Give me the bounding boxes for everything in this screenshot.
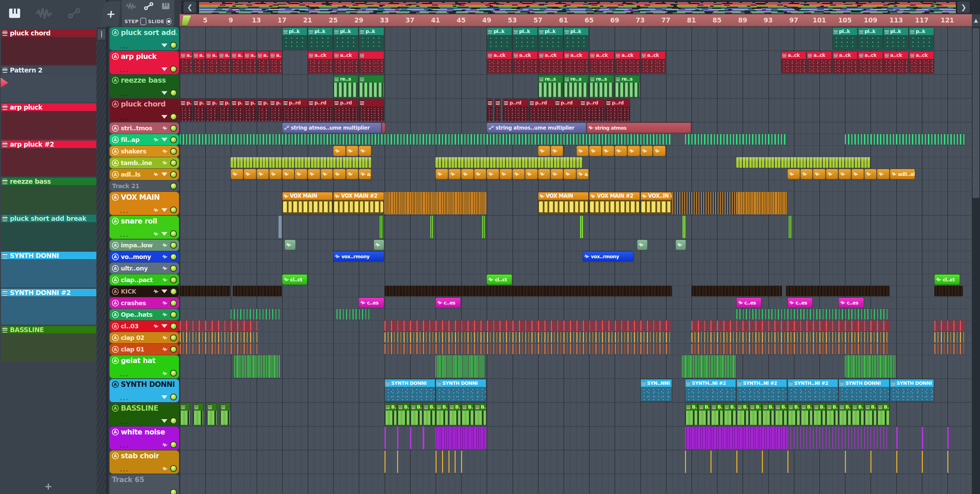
pattern-clip[interactable] <box>359 75 384 97</box>
track-header[interactable]: Aarp pluck... <box>110 51 179 74</box>
pattern-clip[interactable]: pl..k <box>282 27 307 50</box>
track-header[interactable]: Agelat hat... <box>110 355 179 378</box>
pattern-clip[interactable]: B..E <box>826 403 838 425</box>
mute-led[interactable] <box>170 242 177 249</box>
mute-led[interactable] <box>170 253 177 260</box>
audio-clip[interactable]: a.. <box>359 169 371 179</box>
pattern-name-bar[interactable]: BASSLINE <box>1 326 96 334</box>
clip-region[interactable] <box>180 134 672 145</box>
timeline-ruler[interactable]: 5913172125293337414549535761656973778185… <box>180 14 972 27</box>
pattern-item[interactable]: pluck chord <box>1 29 96 65</box>
mute-led[interactable] <box>170 125 177 132</box>
track-options-dots[interactable]: ... <box>120 442 129 449</box>
pattern-clip[interactable]: a..ck <box>243 51 256 73</box>
track-header[interactable]: Avo..mony <box>110 251 179 262</box>
audio-clip[interactable] <box>538 146 550 156</box>
pattern-clip[interactable]: p..rd <box>579 98 605 121</box>
clip-region[interactable] <box>934 286 963 296</box>
track-header[interactable]: Asnare roll... <box>110 216 179 239</box>
clip-mark[interactable] <box>423 427 424 449</box>
clip-mark[interactable] <box>896 450 897 473</box>
pattern-clip[interactable]: B..E <box>762 403 775 425</box>
clip-mark[interactable] <box>397 427 398 449</box>
track-header[interactable]: Astab choir... <box>110 450 179 473</box>
pattern-clip[interactable]: p..k <box>909 27 934 50</box>
pattern-preview[interactable] <box>1 111 96 139</box>
pattern-item[interactable]: arp pluck #2 <box>1 140 96 176</box>
audio-clip[interactable] <box>640 146 653 156</box>
pattern-clip[interactable]: p..rd <box>256 98 269 121</box>
clip-region[interactable] <box>845 134 966 145</box>
step-checkbox[interactable] <box>140 18 146 25</box>
chevron-down-icon[interactable] <box>161 67 167 71</box>
track-options-dots[interactable]: ... <box>120 394 129 402</box>
pattern-clip[interactable]: a..ck <box>256 51 269 73</box>
clip-region[interactable] <box>337 309 371 319</box>
audio-clip[interactable] <box>627 146 640 156</box>
pattern-clip[interactable]: B..E <box>877 403 889 425</box>
clip-region[interactable] <box>385 321 672 331</box>
clip-mark[interactable] <box>737 450 737 473</box>
mute-led[interactable] <box>170 300 177 307</box>
pattern-name-bar[interactable]: SYNTH DONNI #2 <box>1 289 96 296</box>
pattern-clip[interactable]: B..E <box>851 403 864 425</box>
audio-clip[interactable] <box>877 169 889 179</box>
audio-clip[interactable]: a.. <box>576 169 589 179</box>
piano-icon[interactable] <box>161 3 170 10</box>
pattern-clip[interactable]: a..ck <box>180 51 192 73</box>
pattern-clip[interactable]: a..ck <box>807 51 832 73</box>
audio-clip[interactable] <box>295 169 307 179</box>
pattern-name-bar[interactable]: pluck short add break <box>1 215 96 222</box>
clip-region[interactable] <box>682 355 736 378</box>
chevron-down-icon[interactable] <box>161 44 167 47</box>
clip-region[interactable] <box>845 355 896 378</box>
audio-clip[interactable] <box>614 146 627 156</box>
pattern-clip[interactable]: a..ck <box>512 51 538 73</box>
track-header[interactable]: Astri..tmos <box>110 122 179 134</box>
clip-region[interactable] <box>737 309 889 319</box>
track-options-dots[interactable]: ... <box>120 466 129 473</box>
pattern-clip[interactable]: B..E <box>685 403 698 425</box>
pattern-clip[interactable]: B..E <box>410 403 423 425</box>
slide-radio[interactable] <box>166 18 172 25</box>
pattern-clip[interactable]: SYNTH..NI #2 <box>685 379 736 402</box>
pattern-clip[interactable]: pl..k <box>487 27 512 50</box>
pattern-clip[interactable]: pl..k <box>563 27 589 50</box>
audio-clip[interactable] <box>851 169 864 179</box>
track-header[interactable]: Aadl..ls <box>110 169 179 180</box>
track-header[interactable]: Apluck chord... <box>110 98 179 122</box>
audio-clip[interactable] <box>800 169 813 179</box>
track-options-dots[interactable]: ... <box>120 90 129 97</box>
chevron-down-icon[interactable] <box>161 173 167 176</box>
scroll-left-button[interactable]: ❮ <box>183 2 196 13</box>
clip-region[interactable] <box>436 427 486 449</box>
pattern-clip[interactable]: p..rd <box>308 98 333 121</box>
pattern-clip[interactable]: re..s <box>538 75 563 97</box>
audio-clip[interactable] <box>243 169 256 179</box>
audio-clip[interactable] <box>589 146 601 156</box>
clip-mark[interactable] <box>430 216 434 238</box>
clip-region[interactable] <box>180 332 258 343</box>
track-header[interactable]: AKICK <box>110 286 179 297</box>
pattern-preview[interactable] <box>1 74 96 102</box>
pattern-clip[interactable]: SYNTH..NI #2 <box>737 379 787 402</box>
pattern-clip[interactable]: a..ck <box>832 51 858 73</box>
pattern-item[interactable]: SYNTH DONNI <box>1 252 96 288</box>
pattern-clip[interactable]: a..ck <box>640 51 666 73</box>
audio-clip[interactable]: VOX MAIN <box>282 192 333 214</box>
clip-region[interactable] <box>385 286 672 296</box>
clip-region[interactable] <box>436 157 582 168</box>
pattern-clip[interactable]: p..rd <box>528 98 554 121</box>
pattern-clip[interactable]: re..s <box>589 75 614 97</box>
clip-region[interactable] <box>934 344 966 354</box>
track-header[interactable]: Aclap..pact <box>110 274 179 286</box>
pattern-clip[interactable]: B..E <box>711 403 723 425</box>
track-header[interactable]: Apluck sort add..... <box>110 27 179 50</box>
mute-led[interactable] <box>170 206 177 213</box>
audio-clip[interactable] <box>436 169 448 179</box>
pattern-clip[interactable]: B..E <box>449 403 461 425</box>
track-options-dots[interactable]: ... <box>120 207 129 214</box>
pattern-clip[interactable] <box>180 403 190 425</box>
pattern-clip[interactable]: a..ck <box>308 51 333 73</box>
mute-led[interactable] <box>170 276 177 283</box>
